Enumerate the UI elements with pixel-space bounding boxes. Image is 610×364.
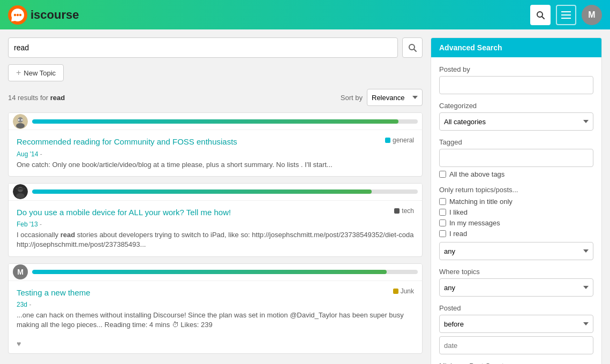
svg-point-3 [19,13,21,16]
user-avatar-button[interactable]: M [582,5,602,25]
hamburger-menu-button[interactable] [556,5,576,25]
matching-title-row: Matching in title only [439,198,593,206]
card-meta-2: Feb '13 - [17,221,414,228]
logo-link[interactable]: iscourse [8,5,79,25]
card-excerpt-1: One catch: Only one book/article/video/b… [17,160,414,170]
category-label-3: Junk [401,287,414,295]
posted-date-input[interactable] [439,336,593,354]
search-submit-icon [408,43,417,52]
card-title-3[interactable]: Testing a new theme [17,287,388,298]
avatar-svg-1 [13,114,28,129]
category-label-2: tech [402,207,414,215]
search-icon [536,11,545,19]
tagged-input[interactable] [439,149,593,167]
results-query: read [50,94,65,102]
min-post-count-label: Minimum Post Count [439,362,593,364]
progress-fill-2 [32,189,372,194]
i-liked-checkbox[interactable] [439,209,446,216]
card-footer-3: ♥ [9,336,422,353]
result-card-3: M Testing a new theme Junk 23d - . [8,263,423,354]
advanced-search-panel: Advanced Search Posted by Categorized Al… [431,37,602,364]
sort-by-label: Sort by [341,94,363,102]
header-actions: M [530,5,602,25]
card-body-3: Testing a new theme Junk 23d - ...one ca… [9,281,422,337]
card-meta-sep-2: - [40,221,42,228]
avatar-svg-2 [13,184,28,199]
panel-header: Advanced Search [431,38,601,57]
progress-fill-3 [32,270,387,274]
in-my-messages-checkbox[interactable] [439,219,446,226]
svg-line-10 [414,49,416,51]
progress-fill-1 [32,119,398,124]
svg-point-2 [17,13,19,16]
right-panel: Advanced Search Posted by Categorized Al… [431,37,602,364]
new-topic-label: New Topic [24,69,56,77]
min-posts-select[interactable]: any [439,242,593,260]
card-title-row-3: Testing a new theme Junk [17,287,414,298]
svg-point-14 [18,119,20,120]
card-title-row-2: Do you use a mobile device for ALL your … [17,207,414,218]
search-bar-row [8,37,423,58]
matching-title-label: Matching in title only [449,198,513,206]
header: iscourse M [0,0,610,29]
card-title-2[interactable]: Do you use a mobile device for ALL your … [17,207,389,218]
card-header-bar-2 [9,184,422,201]
posted-by-label: Posted by [439,65,593,73]
posted-by-group: Posted by [439,65,593,94]
card-excerpt-3: ...one can hack on themes without instal… [17,310,414,330]
only-return-label: Only return topics/posts... [439,186,593,194]
posted-by-input[interactable] [439,76,593,94]
in-my-messages-row: In my messages [439,219,593,227]
search-button[interactable] [530,5,551,25]
card-date-3: 23d [17,301,27,308]
panel-body: Posted by Categorized All categories Tag… [431,57,601,364]
matching-title-checkbox[interactable] [439,198,446,205]
progress-bar-1 [32,119,418,124]
svg-point-15 [21,119,23,120]
discourse-logo-icon [8,5,27,25]
card-category-1: general [385,136,414,144]
tagged-group: Tagged All the above tags [439,138,593,178]
results-count: 14 results for read [8,94,65,102]
categorized-select[interactable]: All categories [439,112,593,131]
hamburger-icon [561,11,571,19]
results-header: 14 results for read Sort by Relevance La… [8,89,423,106]
all-above-tags-checkbox[interactable] [439,171,446,178]
category-dot-1 [385,138,390,143]
logo-text: iscourse [31,8,79,22]
posted-select[interactable]: before after [439,315,593,333]
card-title-row-1: Recommended reading for Community and FO… [17,136,414,147]
where-topics-select[interactable]: any [439,278,593,297]
all-above-tags-row: All the above tags [439,170,593,178]
posted-label: Posted [439,304,593,312]
all-above-tags-label: All the above tags [449,170,504,178]
sort-select[interactable]: Relevance Latest Post Most Liked [367,89,423,106]
progress-bar-2 [32,189,418,194]
avatar-letter: M [588,10,595,20]
result-card-1: Recommended reading for Community and FO… [8,112,423,177]
card-avatar-2 [13,184,28,199]
new-topic-plus-icon: + [16,68,21,78]
svg-point-18 [16,193,25,199]
only-return-group: Only return topics/posts... Matching in … [439,186,593,260]
card-title-1[interactable]: Recommended reading for Community and FO… [17,136,380,147]
svg-point-13 [16,123,25,128]
posted-group: Posted before after [439,304,593,354]
search-input[interactable] [8,37,398,58]
card-avatar-3: M [13,264,28,279]
new-topic-button[interactable]: + New Topic [8,64,64,81]
i-read-checkbox[interactable] [439,230,446,237]
card-avatar-1 [13,114,28,129]
results-prefix: 14 results for [8,94,50,102]
card-body-1: Recommended reading for Community and FO… [9,130,422,176]
progress-bar-3 [32,270,418,274]
search-submit-button[interactable] [402,37,423,58]
i-liked-row: I liked [439,208,593,216]
left-content: + New Topic 14 results for read Sort by … [8,37,423,364]
svg-line-5 [542,17,544,19]
card-category-3: Junk [393,287,414,295]
category-dot-3 [393,289,398,294]
card-meta-3: 23d - [17,301,414,308]
card-date-2: Feb '13 [17,221,38,228]
min-post-count-group: Minimum Post Count [439,362,593,364]
